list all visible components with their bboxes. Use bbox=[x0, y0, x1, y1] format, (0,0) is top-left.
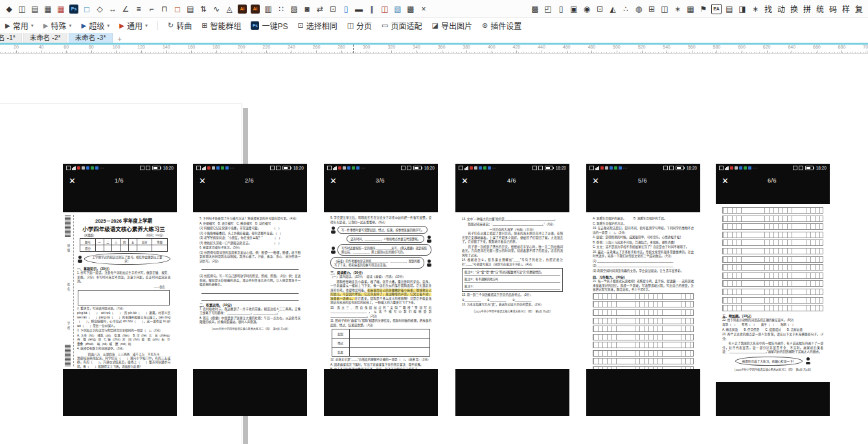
grid-row bbox=[722, 289, 823, 295]
char-tool-button-找[interactable]: 找 bbox=[762, 3, 775, 15]
close-icon[interactable]: ✕ bbox=[330, 176, 337, 186]
close-icon[interactable]: ✕ bbox=[592, 176, 599, 186]
hatch-lines-icon[interactable]: ∥ bbox=[366, 3, 378, 15]
printer-icon[interactable]: ▤ bbox=[724, 3, 736, 15]
illustrator-icon[interactable]: Ai bbox=[236, 3, 249, 15]
tab-document-3[interactable]: 未命名 -3* bbox=[69, 33, 113, 43]
app-indicator-icon bbox=[739, 166, 742, 170]
ruler-tick bbox=[841, 50, 842, 53]
doc-paragraph: (1) 阿姨把它记在党旗小海豚，非常温柔可爱。 （ ） bbox=[200, 227, 301, 231]
tag-icon[interactable]: ◆ bbox=[3, 3, 16, 15]
flag-icon[interactable]: ⚑ bbox=[698, 3, 710, 15]
card-icon[interactable]: ▬ bbox=[353, 3, 365, 15]
dashed-frame-icon[interactable]: ◻ bbox=[172, 3, 184, 15]
clone-object-icon[interactable]: ◫ bbox=[16, 3, 29, 15]
top-frame-icon[interactable]: ⊓ bbox=[159, 3, 171, 15]
plugin-settings-button[interactable]: ⊛插件设置 bbox=[482, 20, 521, 31]
qr-icon[interactable]: ▩ bbox=[529, 3, 542, 15]
close-icon[interactable]: ✕ bbox=[199, 176, 206, 186]
box3d-icon[interactable]: ◰ bbox=[542, 3, 554, 15]
char-tool-button-码[interactable]: 码 bbox=[827, 3, 839, 15]
phone-screenshot-2[interactable]: ⋯18:20✕2/65. 下列句子各使用了什么描写方法？将选择答案的序号填在括号… bbox=[193, 164, 307, 416]
ruler-tick bbox=[66, 50, 67, 53]
paginate-button[interactable]: ◫分页 bbox=[347, 20, 372, 31]
pillar-red-icon[interactable]: ◫ bbox=[379, 3, 391, 15]
plugin-menu-2[interactable]: ▶特殊▾ bbox=[43, 20, 72, 31]
select-same-button[interactable]: ⊡选择相同 bbox=[297, 20, 337, 31]
ruler-label: 140 bbox=[163, 45, 170, 49]
stamp-icon[interactable]: ◍ bbox=[633, 3, 645, 15]
grid-dots-icon[interactable]: ▦ bbox=[42, 3, 54, 15]
phone-screenshot-1[interactable]: ⋯18:20✕1/6班级姓名学校2025－2026 学年度上学期小学四年级语文核… bbox=[63, 164, 177, 416]
char-tool-button-换[interactable]: 换 bbox=[788, 3, 801, 15]
document-list-icon[interactable]: ▤ bbox=[185, 3, 197, 15]
picture-icon[interactable]: ▧ bbox=[288, 3, 301, 15]
free-transform-icon[interactable]: × bbox=[418, 3, 430, 15]
bell-icon[interactable]: ◭ bbox=[607, 3, 619, 15]
paw-icon[interactable]: ∴ bbox=[620, 3, 632, 15]
char-tool-button-动[interactable]: 动 bbox=[775, 3, 788, 15]
wave-icon[interactable]: ∿ bbox=[211, 3, 223, 15]
angle-icon[interactable]: ∠ bbox=[120, 3, 132, 15]
grid-red-icon[interactable]: ▦ bbox=[55, 3, 67, 15]
phone-screenshot-3[interactable]: ⋯18:20✕3/69. 学完第五单元后，明明和东东在讨论关于习作中如何把一件事… bbox=[324, 164, 438, 416]
char-tool-button-统[interactable]: 统 bbox=[814, 3, 827, 15]
photoshop-icon[interactable]: Ps bbox=[68, 3, 80, 15]
plugin-menu-4[interactable]: ▶通用▾ bbox=[119, 20, 148, 31]
photo-blue-icon[interactable]: ▧ bbox=[392, 3, 404, 15]
portrait-icon[interactable]: ▣ bbox=[568, 3, 580, 15]
phone-title-row: ✕2/6 bbox=[193, 172, 307, 189]
export-image-button[interactable]: ◪导出图片 bbox=[432, 20, 472, 31]
crop-corner-icon[interactable]: ⌐ bbox=[146, 3, 158, 15]
toolbar-divider bbox=[157, 21, 158, 30]
building-icon[interactable]: ▦ bbox=[685, 3, 697, 15]
score-header-cell: 一 bbox=[95, 239, 104, 245]
nested-square-icon[interactable]: ⊡ bbox=[327, 3, 339, 15]
tab-document-1[interactable]: 未命名 -1* bbox=[0, 33, 22, 43]
convert-to-curves-button[interactable]: ↻转曲 bbox=[168, 20, 192, 31]
lock-icon[interactable]: ◙ bbox=[301, 3, 314, 15]
char-tool-button-拼[interactable]: 拼 bbox=[801, 3, 814, 15]
banner-icon[interactable]: ◨ bbox=[737, 3, 749, 15]
phone-screenshot-4[interactable]: ⋯18:20✕4/613. 文中“一种强大的力量”指的是____________… bbox=[455, 164, 569, 416]
swap-images-icon[interactable]: ⇄ bbox=[314, 3, 326, 15]
close-icon[interactable]: ✕ bbox=[722, 176, 729, 186]
doc-lines-icon[interactable]: ▥ bbox=[262, 3, 275, 15]
grid-dark-icon[interactable]: ▩ bbox=[405, 3, 417, 15]
plugin-menu-1[interactable]: ▶常用▾ bbox=[5, 20, 34, 31]
image-icon[interactable]: ▤ bbox=[29, 3, 41, 15]
plugin-menu-3[interactable]: ▶超级▾ bbox=[81, 20, 109, 31]
ruler-tick bbox=[591, 50, 592, 53]
char-tool-button-样[interactable]: 样 bbox=[839, 3, 852, 15]
phone-screenshot-5[interactable]: ⋯18:20✕5/6A. 洞悉生命保护的意识。 B. 洞悉生命保护的手段。C. … bbox=[586, 164, 700, 416]
ink-bottle-icon[interactable]: ◬ bbox=[223, 3, 236, 15]
marquee-icon[interactable]: ◻ bbox=[81, 3, 93, 15]
colon-dots-icon[interactable]: ∷ bbox=[275, 3, 288, 15]
char-tool-button-复[interactable]: 复 bbox=[852, 3, 865, 15]
device-icon[interactable]: ▯ bbox=[340, 3, 352, 15]
camera-icon[interactable]: ◉ bbox=[581, 3, 593, 15]
structure-row-empty bbox=[349, 339, 430, 348]
asterisk-icon[interactable]: ∗ bbox=[672, 3, 684, 15]
layers-stack-icon[interactable]: ≡ bbox=[133, 3, 145, 15]
one-key-ps-button[interactable]: Ps一键PS bbox=[251, 20, 288, 31]
grid-row bbox=[593, 358, 694, 364]
new-tab-button[interactable]: + bbox=[114, 35, 126, 43]
illustrator2-icon[interactable]: Ai bbox=[249, 3, 262, 15]
tab-document-2[interactable]: 未命名 -2* bbox=[23, 33, 67, 43]
file-icon[interactable]: ▯ bbox=[555, 3, 567, 15]
page-fit-button[interactable]: ▭页面适配 bbox=[382, 20, 422, 31]
center-target-icon[interactable]: ◇ bbox=[94, 3, 106, 15]
plus-box-icon[interactable]: ⊞ bbox=[646, 3, 658, 15]
close-icon[interactable]: ✕ bbox=[461, 176, 468, 186]
expand-icon[interactable]: ↔ bbox=[107, 3, 119, 15]
frame-target-icon[interactable]: ⊡ bbox=[594, 3, 606, 15]
ea-box-icon[interactable]: EA bbox=[711, 3, 723, 15]
smart-group-button[interactable]: ⊞智能群组 bbox=[201, 20, 241, 31]
phone-screenshot-6[interactable]: ⋯18:20✕6/6五、附加题。（10分）22. 给下列表示动物的词语选择正确的… bbox=[716, 164, 830, 416]
copy-doc-icon[interactable]: ◫ bbox=[659, 3, 671, 15]
close-icon[interactable]: ✕ bbox=[69, 176, 76, 186]
distribute-icon[interactable]: ⇅ bbox=[198, 3, 210, 15]
snow-icon[interactable]: ∗ bbox=[749, 3, 762, 15]
ruler-label: 440 bbox=[538, 45, 545, 49]
